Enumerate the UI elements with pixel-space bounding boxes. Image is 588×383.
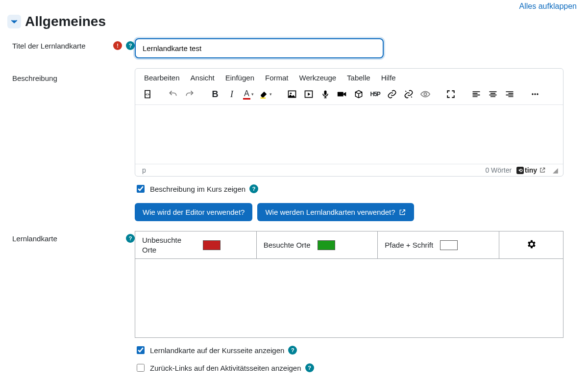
h5p-icon[interactable]: H5P — [370, 89, 381, 100]
highlight-button[interactable]: ▾ — [260, 90, 272, 99]
gear-icon — [526, 239, 537, 250]
show-description-checkbox[interactable] — [137, 185, 145, 193]
redo-icon[interactable] — [184, 89, 195, 100]
description-editor[interactable]: Bearbeiten Ansicht Einfügen Format Werkz… — [135, 68, 564, 177]
align-center-icon[interactable] — [488, 89, 498, 100]
text-color-button[interactable]: A▾ — [243, 89, 254, 100]
fullscreen-icon[interactable] — [445, 89, 456, 100]
source-code-icon[interactable]: <> — [142, 89, 153, 100]
tiny-logo[interactable]: ⟲tiny — [516, 166, 546, 174]
unvisited-color-swatch[interactable] — [203, 240, 220, 250]
align-right-icon[interactable] — [504, 89, 515, 100]
description-label: Beschreibung — [12, 74, 57, 82]
menu-format[interactable]: Format — [265, 74, 289, 82]
undo-icon[interactable] — [168, 89, 178, 100]
editor-toolbar: <> B I A▾ ▾ H5P — [135, 86, 563, 105]
backlinks-checkbox[interactable] — [137, 364, 145, 372]
help-icon[interactable]: ? — [288, 346, 297, 355]
word-count: 0 Wörter — [485, 166, 512, 174]
microphone-icon[interactable] — [320, 89, 331, 100]
svg-point-10 — [537, 93, 538, 95]
help-icon[interactable]: ? — [126, 234, 135, 243]
map-settings-button[interactable] — [526, 239, 537, 251]
show-description-label: Beschreibung im Kurs zeigen — [150, 185, 245, 193]
editor-menubar: Bearbeiten Ansicht Einfügen Format Werkz… — [135, 69, 563, 86]
external-link-icon — [539, 167, 546, 174]
help-icon[interactable]: ? — [126, 41, 135, 50]
align-left-icon[interactable] — [471, 89, 482, 100]
unlink-icon[interactable] — [403, 89, 414, 100]
map-label: Lernlandkarte — [12, 234, 57, 243]
external-link-icon — [398, 208, 406, 216]
media-icon[interactable] — [303, 89, 314, 100]
menu-table[interactable]: Tabelle — [347, 74, 370, 82]
visited-places-label: Besuchte Orte — [264, 240, 311, 250]
editor-path: p — [142, 166, 146, 174]
backlinks-label: Zurück-Links auf den Aktivitätsseiten an… — [150, 364, 301, 372]
map-configuration-panel: Unbesuchte Orte Besuchte Orte Pfade + Sc… — [135, 231, 564, 338]
svg-rect-6 — [338, 92, 343, 96]
menu-edit[interactable]: Bearbeiten — [144, 74, 180, 82]
preview-icon[interactable] — [420, 89, 431, 100]
paths-text-label: Pfade + Schrift — [385, 240, 433, 250]
editor-howto-button[interactable]: Wie wird der Editor verwendet? — [135, 203, 252, 221]
help-icon[interactable]: ? — [249, 184, 258, 193]
more-icon[interactable] — [530, 89, 540, 100]
video-camera-icon[interactable] — [337, 89, 347, 100]
visited-color-swatch[interactable] — [318, 240, 335, 250]
menu-help[interactable]: Hilfe — [381, 74, 396, 82]
unvisited-places-label: Unbesuchte Orte — [142, 235, 196, 255]
title-input[interactable] — [135, 38, 384, 58]
svg-text:<>: <> — [146, 93, 149, 96]
section-title: Allgemeines — [25, 14, 106, 29]
editor-content-area[interactable] — [135, 105, 563, 164]
svg-point-9 — [534, 93, 536, 95]
svg-rect-5 — [324, 91, 326, 95]
menu-tools[interactable]: Werkzeuge — [299, 74, 337, 82]
paths-color-swatch[interactable] — [440, 240, 458, 250]
chevron-down-icon — [11, 18, 18, 25]
required-icon: ! — [113, 41, 122, 50]
svg-point-7 — [424, 93, 427, 96]
italic-icon[interactable]: I — [226, 89, 237, 100]
help-icon[interactable]: ? — [305, 363, 314, 372]
package-icon[interactable] — [353, 89, 364, 100]
map-canvas[interactable] — [135, 259, 563, 337]
svg-point-8 — [532, 93, 533, 95]
show-map-on-course-label: Lernlandkarte auf der Kursseite anzeigen — [150, 346, 284, 355]
expand-all-link[interactable]: Alles aufklappen — [519, 2, 577, 10]
image-icon[interactable] — [287, 89, 297, 100]
bold-icon[interactable]: B — [210, 89, 220, 100]
resize-handle-icon[interactable]: ◢ — [553, 166, 558, 174]
menu-view[interactable]: Ansicht — [191, 74, 215, 82]
link-icon[interactable] — [387, 89, 397, 100]
title-label: Titel der Lernlandkarte — [12, 42, 86, 50]
svg-point-3 — [290, 93, 292, 94]
menu-insert[interactable]: Einfügen — [225, 74, 254, 82]
section-collapse-button[interactable] — [7, 15, 21, 28]
svg-rect-1 — [260, 98, 266, 99]
show-map-on-course-checkbox[interactable] — [137, 346, 145, 354]
maps-howto-button[interactable]: Wie werden Lernlandkarten verwendet? — [257, 203, 414, 221]
